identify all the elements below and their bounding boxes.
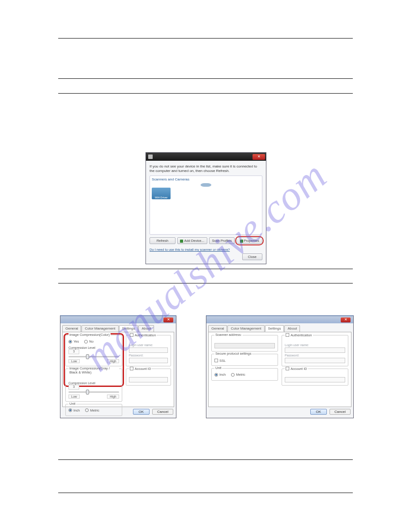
add-device-button[interactable]: Add Device... [177, 237, 207, 244]
radio-metric[interactable]: Metric [85, 408, 99, 412]
account-id-input[interactable] [285, 377, 345, 382]
group-label: Secure protocol settings [214, 352, 252, 356]
tab-about[interactable]: About [284, 325, 300, 332]
device-item[interactable]: WIA Driver [152, 188, 171, 199]
cancel-button[interactable]: Cancel [152, 409, 173, 415]
account-id-label: Account ID [291, 367, 307, 371]
titlebar[interactable]: ✕ [60, 316, 176, 323]
password-input[interactable] [129, 358, 168, 363]
tab-about[interactable]: About [138, 325, 154, 332]
button-bar: OK Cancel [206, 407, 353, 416]
tab-body: Image Compression(Color) Yes No Compress… [62, 332, 174, 407]
tab-color-management[interactable]: Color Management [81, 325, 118, 332]
scanners-group: Scanners and Cameras WIA Driver [150, 176, 262, 235]
slider-thumb[interactable] [86, 390, 89, 395]
ok-button[interactable]: OK [310, 409, 327, 415]
titlebar[interactable]: ✕ [146, 153, 266, 161]
group-label: Unit [68, 402, 76, 406]
divider [58, 493, 353, 493]
checkbox-icon[interactable] [214, 359, 218, 362]
authentication-group: Authentication Login user name: Password… [126, 335, 171, 366]
divider [58, 269, 353, 269]
slider-track[interactable] [68, 391, 119, 393]
slider-thumb[interactable] [86, 354, 89, 359]
radio-no[interactable]: No [84, 339, 94, 343]
radio-label: Yes [73, 339, 79, 343]
checkbox-icon[interactable] [130, 333, 133, 337]
tab-color-management[interactable]: Color Management [227, 325, 264, 332]
slider-title: Compression Level [68, 346, 119, 349]
group-label: Image Compression(Color) [68, 333, 111, 337]
close-button[interactable]: Close [242, 253, 262, 260]
close-row: Close [242, 253, 262, 260]
instruction-text: If you do not see your device in the lis… [150, 164, 262, 173]
slider-low: Low [68, 395, 80, 399]
radio-icon [231, 373, 235, 377]
close-icon[interactable]: ✕ [163, 317, 173, 322]
radio-inch[interactable]: Inch [214, 373, 226, 377]
scanner-address-group: Scanner address: [211, 335, 278, 352]
add-device-label: Add Device... [184, 239, 204, 243]
compression-slider-bw: Compression Level 3 LowHigh [68, 382, 119, 399]
ok-button[interactable]: OK [133, 409, 150, 415]
scan-profiles-button[interactable]: Scan Profiles [209, 237, 235, 244]
group-label: Scanner address: [214, 333, 243, 337]
account-id-group: Account ID [282, 369, 348, 386]
scanner-icon [201, 183, 211, 187]
radio-icon [68, 340, 72, 343]
password-label: Password: [129, 354, 168, 357]
scanner-address-input[interactable] [214, 343, 275, 348]
slider-track[interactable] [68, 356, 119, 357]
radio-yes[interactable]: Yes [68, 339, 79, 343]
account-id-group: Account ID [126, 369, 171, 386]
login-user-label: Login user name: [129, 343, 168, 347]
tab-general[interactable]: General [62, 325, 81, 332]
close-icon[interactable]: ✕ [253, 154, 265, 160]
close-icon[interactable]: ✕ [341, 317, 351, 322]
refresh-button[interactable]: Refresh [150, 237, 176, 244]
login-user-input[interactable] [129, 348, 168, 353]
ssl-label: SSL [219, 359, 226, 363]
cancel-button[interactable]: Cancel [330, 409, 351, 415]
account-id-input[interactable] [129, 377, 168, 382]
unit-group: Unit Inch Metric [65, 404, 122, 416]
titlebar[interactable]: ✕ [206, 316, 353, 323]
password-input[interactable] [285, 358, 345, 363]
divider [58, 283, 353, 283]
tab-settings[interactable]: Settings [265, 325, 284, 332]
secure-protocol-group: Secure protocol settings SSL [211, 354, 278, 366]
tab-row: General Color Management Settings About [60, 323, 176, 332]
authentication-group: Authentication Login user name: Password… [282, 335, 348, 366]
tab-settings[interactable]: Settings [119, 325, 138, 332]
dialog-body: If you do not see your device in the lis… [146, 161, 266, 264]
tab-body: Scanner address: Secure protocol setting… [208, 332, 351, 407]
help-link[interactable]: Do I need to use this to install my scan… [150, 248, 230, 252]
radio-label: Inch [73, 408, 80, 412]
window-icon [148, 154, 153, 159]
slider-high: High [107, 395, 119, 399]
radio-metric[interactable]: Metric [231, 373, 245, 377]
checkbox-icon[interactable] [286, 367, 289, 370]
image-compression-color-group: Image Compression(Color) Yes No Compress… [65, 335, 122, 366]
login-user-input[interactable] [285, 348, 345, 353]
password-label: Password: [285, 354, 345, 357]
checkbox-icon[interactable] [130, 367, 133, 370]
radio-icon [85, 408, 89, 412]
slider-high: High [107, 359, 119, 363]
tab-general[interactable]: General [208, 325, 227, 332]
group-label: Authentication [285, 333, 313, 337]
group-label: Account ID [285, 366, 308, 371]
properties-button[interactable]: Properties [236, 237, 262, 244]
radio-label: No [89, 339, 94, 343]
tab-row: General Color Management Settings About [206, 323, 353, 332]
compression-value[interactable]: 3 [68, 349, 79, 354]
auth-label: Authentication [291, 333, 312, 337]
checkbox-icon[interactable] [286, 333, 289, 337]
radio-label: Metric [236, 373, 245, 377]
properties-dialog-usb: ✕ General Color Management Settings Abou… [60, 315, 176, 418]
divider [58, 459, 353, 460]
radio-inch[interactable]: Inch [68, 408, 80, 412]
compression-value[interactable]: 3 [68, 385, 79, 390]
properties-dialog-network: ✕ General Color Management Settings Abou… [206, 315, 354, 418]
login-user-label: Login user name: [285, 343, 345, 347]
